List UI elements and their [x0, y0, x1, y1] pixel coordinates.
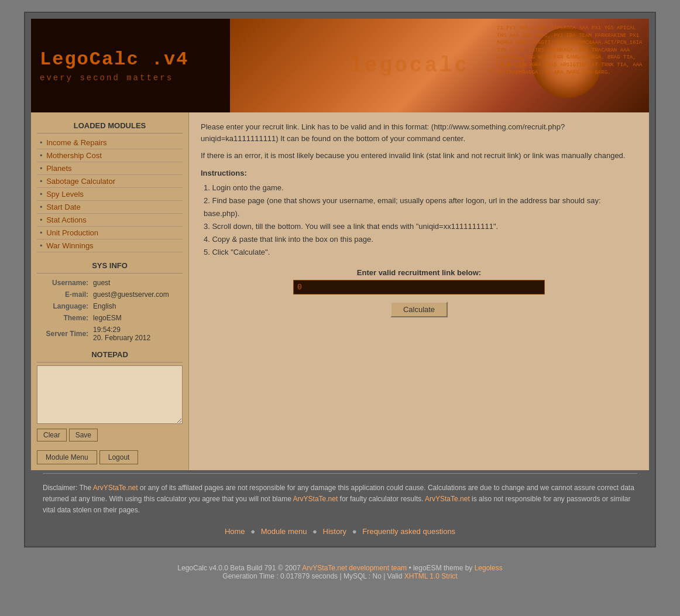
calculate-button[interactable]: Calculate: [390, 302, 448, 317]
username-value: guest: [91, 278, 181, 288]
server-time-label: Server Time:: [38, 324, 90, 343]
module-menu-button[interactable]: Module Menu: [37, 450, 97, 464]
sidebar-item-planets[interactable]: Planets: [46, 164, 71, 173]
header-image: legocalc .v4 71 PY1 YG5 A 3Z5 AAPGRGCA A…: [230, 19, 649, 112]
recruit-input[interactable]: [293, 280, 545, 295]
instructions-list: 1. Login onto the game. 2. Find base pag…: [204, 182, 637, 259]
sidebar-item-stat-actions[interactable]: Stat Actions: [46, 215, 87, 224]
bottom-footer-link2[interactable]: Legoless: [475, 564, 503, 572]
sidebar-item-mothership-cost[interactable]: Mothership Cost: [46, 151, 102, 160]
table-row: Language: English: [38, 301, 181, 312]
notepad-textarea[interactable]: [37, 365, 183, 424]
header-left: LegoCalc .v4 every second matters: [31, 19, 230, 112]
bottom-footer-text2: • legoESM theme by: [407, 564, 475, 572]
bullet-icon: •: [40, 203, 43, 211]
bullet-separator: ●: [250, 527, 255, 536]
bullet-icon: •: [40, 164, 43, 173]
main-content: LOADED MODULES • Income & Repairs • Moth…: [31, 112, 649, 470]
table-row: Username: guest: [38, 278, 181, 288]
separator-line: [43, 473, 637, 474]
bottom-footer-text3: Generation Time : 0.017879 seconds | MyS…: [222, 572, 404, 580]
header-text-overlay: 71 PY1 YG5 A 3Z5 AAPGRGCA AAA PX1 YG5 AP…: [497, 25, 643, 76]
bottom-footer: LegoCalc v4.0.0 Beta Build 791 © 2007 Ar…: [0, 559, 680, 585]
list-item: • War Winnings: [37, 239, 183, 252]
sidebar-item-start-date[interactable]: Start Date: [46, 203, 81, 211]
bullet-icon: •: [40, 228, 43, 237]
list-item: 3. Scroll down, till the bottom. You wil…: [204, 220, 637, 233]
bullet-icon: •: [40, 177, 43, 186]
module-list: • Income & Repairs • Mothership Cost • P…: [37, 136, 183, 252]
disclaimer-text-before-link1: Disclaimer: The: [43, 484, 93, 492]
theme-label: Theme:: [38, 313, 90, 323]
bottom-footer-line1: LegoCalc v4.0.0 Beta Build 791 © 2007 Ar…: [5, 564, 675, 572]
notepad-buttons: Clear Save: [37, 429, 183, 442]
save-button[interactable]: Save: [69, 429, 98, 442]
list-item: • Sabotage Calculator: [37, 175, 183, 188]
server-time-value: 19:54:29 20. February 2012: [91, 324, 181, 343]
footer-nav: Home ● Module menu ● History ● Frequentl…: [31, 522, 649, 540]
disclaimer-link1[interactable]: ArvYStaTe.net: [93, 484, 138, 492]
logo-title: LegoCalc .v4: [40, 49, 221, 70]
bottom-footer-text1: LegoCalc v4.0.0 Beta Build 791 © 2007: [177, 564, 302, 572]
sys-info-table: Username: guest E-mail: guest@guestserve…: [37, 276, 183, 344]
intro-text-1: Please enter your recruit link. Link has…: [201, 121, 637, 144]
footer-nav-module-menu[interactable]: Module menu: [261, 527, 307, 536]
sidebar-item-war-winnings[interactable]: War Winnings: [46, 241, 93, 250]
list-item: • Planets: [37, 162, 183, 175]
theme-value: legoESM: [91, 313, 181, 323]
bullet-icon: •: [40, 241, 43, 250]
recruit-form: Enter valid recruitment link below: Calc…: [201, 268, 637, 317]
content-area: Please enter your recruit link. Link has…: [189, 112, 649, 470]
bullet-icon: •: [40, 151, 43, 160]
notepad-title: NOTEPAD: [37, 347, 183, 362]
list-item: • Spy Levels: [37, 188, 183, 201]
bullet-separator: ●: [352, 527, 357, 536]
bullet-icon: •: [40, 215, 43, 224]
list-item: 5. Click "Calculate".: [204, 246, 637, 259]
bottom-footer-link1[interactable]: ArvYStaTe.net development team: [302, 564, 407, 572]
clear-button[interactable]: Clear: [37, 429, 67, 442]
disclaimer-text-after-link2: for faulty calculator results.: [338, 495, 425, 503]
list-item: • Unit Production: [37, 227, 183, 239]
bottom-footer-line2: Generation Time : 0.017879 seconds | MyS…: [5, 572, 675, 580]
list-item: • Stat Actions: [37, 214, 183, 227]
sys-info-title: SYS INFO: [37, 258, 183, 273]
bullet-icon: •: [40, 190, 43, 199]
table-row: Server Time: 19:54:29 20. February 2012: [38, 324, 181, 343]
disclaimer-area: Disclaimer: The ArvYStaTe.net or any of …: [31, 477, 649, 522]
footer-nav-home[interactable]: Home: [225, 527, 245, 536]
username-label: Username:: [38, 278, 90, 288]
bottom-footer-link3[interactable]: XHTML 1.0 Strict: [404, 572, 458, 580]
list-item: • Income & Repairs: [37, 136, 183, 149]
sidebar: LOADED MODULES • Income & Repairs • Moth…: [31, 112, 189, 470]
email-label: E-mail:: [38, 289, 90, 300]
list-item: • Start Date: [37, 201, 183, 214]
sidebar-item-unit-production[interactable]: Unit Production: [46, 228, 98, 237]
logout-button[interactable]: Logout: [99, 450, 139, 464]
table-row: E-mail: guest@guestserver.com: [38, 289, 181, 300]
table-row: Theme: legoESM: [38, 313, 181, 323]
list-item: 1. Login onto the game.: [204, 182, 637, 194]
logo-subtitle: every second matters: [40, 73, 221, 83]
bullet-icon: •: [40, 138, 43, 147]
language-label: Language:: [38, 301, 90, 312]
list-item: 4. Copy & paste that link into the box o…: [204, 233, 637, 246]
email-value: guest@guestserver.com: [91, 289, 181, 300]
bullet-separator: ●: [312, 527, 317, 536]
main-wrapper: LegoCalc .v4 every second matters legoca…: [24, 12, 656, 547]
sidebar-item-income-repairs[interactable]: Income & Repairs: [46, 138, 107, 147]
loaded-modules-title: LOADED MODULES: [37, 118, 183, 134]
list-item: 2. Find base page (one that shows your u…: [204, 194, 637, 220]
instructions-title: Instructions:: [201, 167, 637, 179]
sidebar-item-sabotage-calculator[interactable]: Sabotage Calculator: [46, 177, 115, 186]
recruit-label: Enter valid recruitment link below:: [201, 268, 637, 277]
disclaimer-text: Disclaimer: The ArvYStaTe.net or any of …: [43, 482, 637, 516]
disclaimer-link3[interactable]: ArvYStaTe.net: [425, 495, 470, 503]
footer-nav-faq[interactable]: Frequently asked questions: [362, 527, 455, 536]
list-item: • Mothership Cost: [37, 149, 183, 162]
language-value: English: [91, 301, 181, 312]
disclaimer-link2[interactable]: ArvYStaTe.net: [293, 495, 338, 503]
intro-text-2: If there is an error, it is most likely …: [201, 150, 637, 162]
footer-nav-history[interactable]: History: [323, 527, 346, 536]
sidebar-item-spy-levels[interactable]: Spy Levels: [46, 190, 84, 199]
